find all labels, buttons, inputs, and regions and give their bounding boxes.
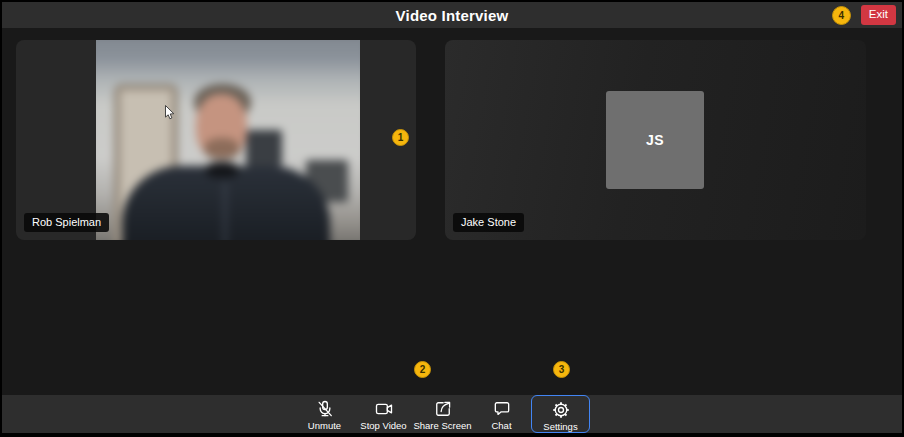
toolbar-button-label: Stop Video xyxy=(360,420,406,431)
toolbar-button-label: Unmute xyxy=(308,420,341,431)
share-screen-button[interactable]: Share Screen xyxy=(413,395,472,433)
participant-avatar: JS xyxy=(606,91,704,189)
mouse-cursor-icon xyxy=(164,104,176,121)
settings-button[interactable]: Settings xyxy=(531,395,590,433)
share-screen-icon xyxy=(433,399,453,419)
gear-icon xyxy=(551,400,571,420)
exit-button[interactable]: Exit xyxy=(861,5,896,25)
participant-video xyxy=(96,40,360,240)
toolbar: Unmute Stop Video xyxy=(2,395,902,433)
toolbar-button-label: Share Screen xyxy=(413,420,471,431)
stop-video-button[interactable]: Stop Video xyxy=(354,395,413,433)
tv-screen xyxy=(246,130,282,166)
hoodie-zipper xyxy=(224,182,226,240)
header-actions: 4 Exit xyxy=(832,2,896,28)
annotation-badge-1: 1 xyxy=(392,129,409,146)
person-beard xyxy=(204,138,240,160)
mic-off-icon xyxy=(315,399,335,419)
page-title: Video Interview xyxy=(2,2,902,28)
annotation-badge-3: 3 xyxy=(553,361,570,378)
top-bar: Video Interview 4 Exit xyxy=(2,2,902,28)
annotation-badge-2: 2 xyxy=(414,361,431,378)
toolbar-buttons: Unmute Stop Video xyxy=(295,395,590,433)
chat-button[interactable]: Chat xyxy=(472,395,531,433)
video-interview-app: { "header": { "title": "Video Interview"… xyxy=(0,0,904,437)
webcam-scene xyxy=(96,40,360,240)
avatar-initials: JS xyxy=(646,132,664,148)
toolbar-button-label: Settings xyxy=(543,421,577,432)
toolbar-button-label: Chat xyxy=(491,420,511,431)
participant-tile-jake: JS Jake Stone xyxy=(445,40,866,240)
annotation-badge-4: 4 xyxy=(832,6,851,25)
app-window: Video Interview 4 Exit Rob xyxy=(2,2,902,433)
video-camera-icon xyxy=(374,399,394,419)
unmute-button[interactable]: Unmute xyxy=(295,395,354,433)
person-shirt xyxy=(206,162,238,178)
participant-name-tag: Rob Spielman xyxy=(24,213,109,232)
participant-tile-rob: Rob Spielman xyxy=(16,40,416,240)
chat-bubble-icon xyxy=(492,399,512,419)
participant-name-tag: Jake Stone xyxy=(453,213,524,232)
